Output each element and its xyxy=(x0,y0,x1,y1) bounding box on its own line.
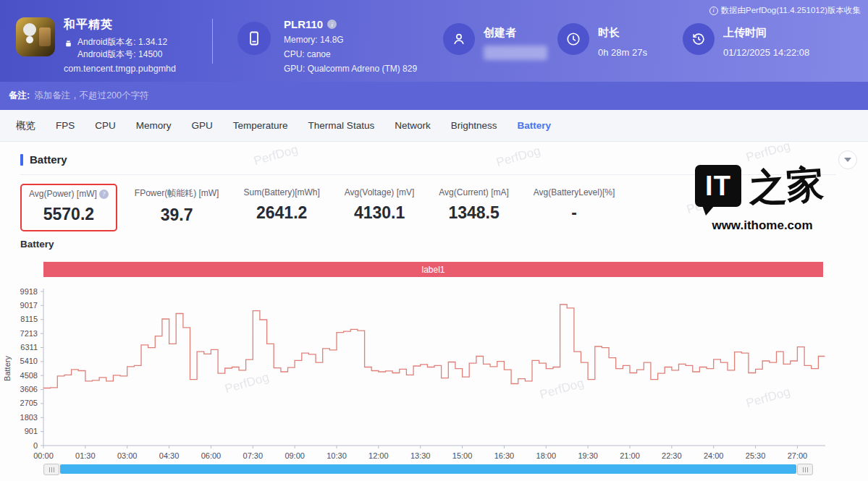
device-name: PLR110 xyxy=(284,18,323,30)
watermark: PerfDog xyxy=(538,376,585,402)
svg-text:9918: 9918 xyxy=(20,287,38,296)
watermark: PerfDog xyxy=(494,144,542,170)
svg-text:9017: 9017 xyxy=(20,301,38,310)
svg-text:1803: 1803 xyxy=(20,413,38,422)
duration-value: 0h 28m 27s xyxy=(598,47,647,58)
creator-value-redacted xyxy=(484,46,547,60)
perfdog-report-page: 和平精英 Android版本名: 1.34.12 Android版本号: 145… xyxy=(0,0,868,481)
device-memory: Memory: 14.8G xyxy=(284,35,417,45)
upload-time-value: 01/12/2025 14:22:08 xyxy=(723,47,809,58)
svg-text:0: 0 xyxy=(33,441,38,450)
stat-avg-batterylevel: Avg(BatteryLevel)[%] - xyxy=(526,184,623,226)
svg-text:04:30: 04:30 xyxy=(159,451,180,460)
duration-icon xyxy=(557,23,589,55)
svg-text:21:00: 21:00 xyxy=(620,451,640,460)
svg-text:00:00: 00:00 xyxy=(33,451,54,460)
svg-text:25:30: 25:30 xyxy=(746,451,766,460)
section-title: Battery xyxy=(30,153,67,166)
tab-temperature[interactable]: Temperature xyxy=(223,110,298,142)
tab-memory[interactable]: Memory xyxy=(126,110,182,142)
device-cpu: CPU: canoe xyxy=(284,49,417,59)
svg-text:6311: 6311 xyxy=(20,343,38,352)
watermark: PerfDog xyxy=(223,370,270,396)
scrollbar-left-handle[interactable] xyxy=(43,464,59,475)
ithome-it-box: IT xyxy=(695,165,741,207)
device-info-icon[interactable]: i xyxy=(327,20,337,29)
scrollbar-right-handle[interactable] xyxy=(797,464,813,475)
svg-text:19:30: 19:30 xyxy=(578,451,598,460)
chart-scrollbar xyxy=(0,464,868,477)
watermark: PerfDog xyxy=(744,139,791,165)
remark-bar[interactable]: 备注: 添加备注，不超过200个字符 xyxy=(0,82,868,110)
svg-text:5410: 5410 xyxy=(20,357,38,365)
svg-text:3606: 3606 xyxy=(20,385,38,393)
svg-text:01:30: 01:30 xyxy=(75,451,96,460)
chart-title: Battery xyxy=(20,239,54,250)
svg-text:22:30: 22:30 xyxy=(662,451,682,460)
svg-text:901: 901 xyxy=(25,427,38,435)
tab-gpu[interactable]: GPU xyxy=(182,110,223,142)
svg-text:03:00: 03:00 xyxy=(117,451,138,460)
device-gpu: GPU: Qualcomm Adreno (TM) 829 xyxy=(284,64,417,74)
svg-text:15:00: 15:00 xyxy=(452,451,473,460)
svg-text:06:00: 06:00 xyxy=(201,451,222,460)
tab-brightness[interactable]: Brightness xyxy=(441,110,507,142)
data-source-note: i 数据由PerfDog(11.4.251012)版本收集 xyxy=(709,5,861,16)
svg-text:16:30: 16:30 xyxy=(494,451,515,460)
collapse-button[interactable] xyxy=(838,150,857,169)
tab-thermal-status[interactable]: Thermal Status xyxy=(298,110,385,142)
tab-cpu[interactable]: CPU xyxy=(85,110,126,142)
ithome-site-url: www.ithome.com xyxy=(695,218,830,233)
svg-text:27:00: 27:00 xyxy=(788,451,808,460)
ithome-zhijia: 之家 xyxy=(747,162,825,209)
svg-text:12:00: 12:00 xyxy=(368,451,389,460)
scrollbar-thumb[interactable] xyxy=(60,464,796,474)
stat-avg-voltage-value: 4130.1 xyxy=(345,203,415,223)
battery-stats-row: Avg(Power) [mW] ? 5570.2 FPower(帧能耗) [mW… xyxy=(20,184,622,231)
header-divider xyxy=(212,19,213,64)
app-version-name: Android版本名: 1.34.12 xyxy=(77,36,167,48)
upload-time-icon xyxy=(683,23,715,55)
tab-fps[interactable]: FPS xyxy=(46,110,85,142)
tab-network[interactable]: Network xyxy=(384,110,441,142)
battery-section-header: Battery xyxy=(20,153,67,166)
creator-label: 创建者 xyxy=(484,26,547,40)
stat-fpower: FPower(帧能耗) [mW] 39.7 xyxy=(127,184,227,229)
chevron-down-icon xyxy=(844,158,851,162)
app-title: 和平精英 xyxy=(64,17,176,33)
svg-text:10:30: 10:30 xyxy=(326,451,347,460)
creator-icon xyxy=(443,23,475,55)
stat-sum-battery-value: 2641.2 xyxy=(243,203,319,223)
remark-label: 备注: xyxy=(9,90,30,102)
stat-avg-power: Avg(Power) [mW] ? 5570.2 xyxy=(20,184,117,231)
stat-sum-battery: Sum(Battery)[mWh] 2641.2 xyxy=(236,184,326,226)
watermark: PerfDog xyxy=(252,142,299,169)
svg-text:09:00: 09:00 xyxy=(285,451,305,460)
section-accent-bar xyxy=(20,154,23,166)
help-icon[interactable]: ? xyxy=(99,190,109,199)
svg-text:8115: 8115 xyxy=(20,315,38,323)
device-icon xyxy=(237,22,271,55)
app-package: com.tencent.tmgp.pubgmhd xyxy=(64,64,176,74)
header: 和平精英 Android版本名: 1.34.12 Android版本号: 145… xyxy=(0,0,868,82)
info-icon: i xyxy=(709,7,718,15)
stat-fpower-value: 39.7 xyxy=(135,205,219,225)
svg-text:24:00: 24:00 xyxy=(704,451,724,460)
tab-battery[interactable]: Battery xyxy=(507,110,561,142)
stat-avg-batterylevel-value: - xyxy=(534,203,615,223)
svg-text:18:00: 18:00 xyxy=(536,451,557,460)
tab-overview[interactable]: 概览 xyxy=(6,110,46,142)
svg-text:07:30: 07:30 xyxy=(243,451,264,460)
svg-text:13:30: 13:30 xyxy=(410,451,431,460)
svg-text:Battery: Battery xyxy=(3,356,12,381)
stat-avg-power-value: 5570.2 xyxy=(29,205,109,224)
stat-avg-current: Avg(Current) [mA] 1348.5 xyxy=(431,184,515,226)
tab-bar: 概览 FPS CPU Memory GPU Temperature Therma… xyxy=(0,110,868,142)
upload-time-label: 上传时间 xyxy=(723,26,809,40)
remark-input[interactable]: 添加备注，不超过200个字符 xyxy=(34,90,148,102)
app-icon xyxy=(16,17,55,56)
chart-series-banner: label1 xyxy=(43,262,823,277)
svg-text:7213: 7213 xyxy=(20,329,38,338)
stat-avg-current-value: 1348.5 xyxy=(439,203,508,223)
ithome-logo: IT 之家 www.ithome.com xyxy=(695,165,840,233)
